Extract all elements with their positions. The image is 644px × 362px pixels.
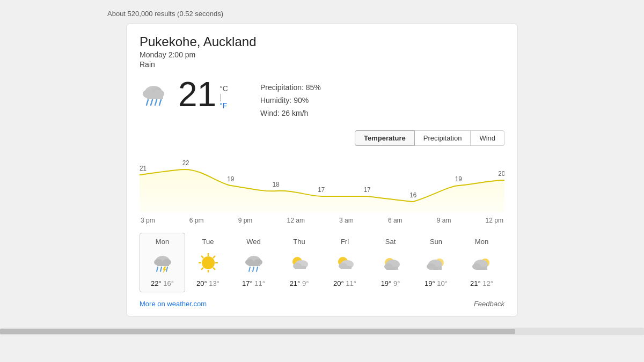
svg-rect-56	[430, 267, 442, 270]
svg-rect-52	[386, 267, 398, 270]
wind-detail: Wind: 26 km/h	[260, 107, 321, 120]
day-sun[interactable]: Sun 19° 10°	[413, 233, 459, 292]
scrollbar-thumb[interactable]	[0, 329, 515, 334]
day-label-sun: Sun	[416, 238, 456, 246]
time-label-5: 3 am	[339, 217, 354, 224]
card-footer: More on weather.com Feedback	[140, 300, 504, 308]
day-label-mon: Mon	[142, 238, 182, 246]
temperature-display: 21	[178, 77, 216, 112]
svg-point-25	[202, 256, 215, 269]
time-label-4: 12 am	[287, 217, 305, 224]
svg-text:17: 17	[364, 186, 371, 194]
temp-area: 21 °C | °F	[140, 77, 228, 112]
day-label-sat: Sat	[370, 238, 411, 246]
weather-card: Pukekohe, Auckland Monday 2:00 pm Rain	[126, 23, 518, 317]
svg-line-22	[160, 267, 162, 271]
day-label-mon2: Mon	[462, 238, 502, 246]
scrollbar[interactable]	[0, 328, 644, 335]
svg-rect-48	[341, 266, 352, 269]
day-label-thu: Thu	[279, 238, 319, 246]
svg-rect-37	[248, 262, 260, 266]
rain-icon	[140, 78, 172, 110]
tab-precipitation[interactable]: Precipitation	[415, 130, 471, 146]
time-label-6: 6 am	[388, 217, 402, 224]
day-label-fri: Fri	[325, 238, 365, 246]
page-wrapper: About 520,000 results (0.52 seconds) Puk…	[0, 0, 644, 362]
svg-rect-3	[147, 94, 163, 99]
location-title: Pukekohe, Auckland	[140, 34, 504, 49]
svg-text:21: 21	[140, 165, 147, 172]
precipitation-detail: Precipitation: 85%	[260, 82, 321, 94]
daily-forecast: Mon 22° 16° Tue	[140, 233, 504, 292]
tab-wind[interactable]: Wind	[471, 130, 504, 146]
mostly-cloudy-icon-sun	[425, 251, 448, 275]
svg-rect-20	[157, 262, 169, 266]
day-tue[interactable]: Tue 20° 13°	[185, 233, 231, 292]
time-label-3: 9 pm	[238, 217, 253, 224]
time-label-1: 3 pm	[141, 217, 155, 224]
svg-line-40	[257, 267, 258, 271]
day-temps-tue: 20° 13°	[188, 279, 228, 287]
day-wed[interactable]: Wed 17° 11°	[231, 233, 276, 292]
time-label-2: 6 pm	[189, 217, 204, 224]
day-temps-mon2: 21° 12°	[462, 279, 502, 287]
svg-line-4	[147, 100, 148, 105]
day-temps-fri: 20° 11°	[325, 279, 365, 287]
feedback-link[interactable]: Feedback	[474, 300, 504, 308]
svg-rect-60	[475, 267, 487, 270]
humidity-detail: Humidity: 90%	[260, 94, 321, 107]
svg-line-21	[157, 267, 158, 271]
svg-line-6	[155, 100, 157, 105]
svg-line-5	[151, 100, 152, 105]
day-temps-sat: 19° 9°	[370, 279, 411, 287]
unit-c[interactable]: °C	[219, 84, 228, 93]
partly-cloudy-icon-sat	[379, 251, 402, 275]
condition: Rain	[140, 60, 504, 69]
svg-text:17: 17	[318, 186, 325, 194]
tab-temperature[interactable]: Temperature	[355, 130, 415, 146]
svg-line-33	[201, 268, 203, 270]
time-label-7: 9 am	[437, 217, 451, 224]
svg-rect-44	[295, 266, 306, 269]
details-tabs-row: Temperature Precipitation Wind	[140, 130, 504, 154]
day-fri[interactable]: Fri 20° 11°	[322, 233, 368, 292]
results-info: About 520,000 results (0.52 seconds)	[0, 5, 644, 23]
partly-cloudy-icon-thu	[288, 251, 311, 275]
unit-sep: |	[219, 93, 228, 101]
tabs-row: Temperature Precipitation Wind	[355, 130, 504, 146]
svg-line-39	[253, 267, 254, 271]
day-temps-sun: 19° 10°	[416, 279, 456, 287]
time-labels: 3 pm 6 pm 9 pm 12 am 3 am 6 am 9 am 12 p…	[140, 217, 504, 224]
partly-cloudy-icon-fri	[333, 251, 357, 275]
svg-line-30	[201, 256, 203, 258]
rain-thunder-icon	[151, 251, 174, 275]
more-weather-link[interactable]: More on weather.com	[140, 300, 207, 308]
svg-text:18: 18	[273, 181, 280, 188]
svg-text:19: 19	[455, 175, 462, 183]
day-mon-selected[interactable]: Mon 22° 16°	[140, 233, 185, 292]
day-label-wed: Wed	[233, 238, 274, 246]
details-area: Precipitation: 85% Humidity: 90% Wind: 2…	[260, 77, 321, 120]
day-temps-wed: 17° 11°	[233, 279, 274, 287]
svg-line-24	[166, 267, 167, 271]
svg-line-31	[213, 268, 215, 270]
sunny-icon	[196, 251, 220, 275]
unit-selector: °C | °F	[219, 79, 228, 110]
unit-f[interactable]: °F	[219, 101, 228, 110]
cloudy-rain-icon	[242, 251, 266, 275]
svg-marker-23	[163, 267, 166, 274]
time-label-8: 12 pm	[486, 217, 503, 224]
day-temps-mon: 22° 16°	[142, 279, 182, 287]
svg-line-38	[249, 267, 250, 271]
current-section: 21 °C | °F Precipitation: 85% Humidity: …	[140, 77, 504, 120]
day-temps-thu: 21° 9°	[279, 279, 319, 287]
day-label-tue: Tue	[188, 238, 228, 246]
day-mon2[interactable]: Mon 21° 12°	[459, 233, 504, 292]
svg-text:20: 20	[498, 170, 504, 178]
chart-container: 21 22 19 18 17 17 16 19 20	[140, 159, 504, 212]
day-thu[interactable]: Thu 21° 9°	[276, 233, 322, 292]
date-time: Monday 2:00 pm	[140, 50, 504, 59]
partly-cloudy-icon-mon2	[470, 251, 494, 275]
temperature-chart: 21 22 19 18 17 17 16 19 20	[140, 159, 504, 212]
day-sat[interactable]: Sat 19° 9°	[368, 233, 413, 292]
